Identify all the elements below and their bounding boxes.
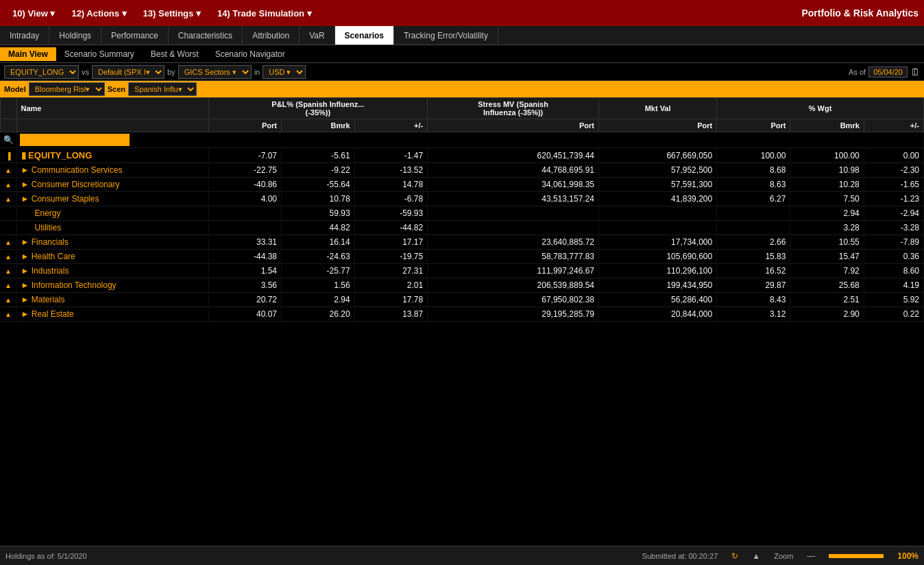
stress-mv: 23,640,885.72 [428,235,599,250]
pl-bmrk: -5.61 [282,148,355,163]
wgt-pm: 0.22 [864,307,923,322]
scen-select[interactable]: Spanish Influ▾ [128,82,197,96]
calendar-icon[interactable]: 🗓 [910,67,920,77]
row-name[interactable]: ► Real Estate [16,307,208,322]
row-name[interactable]: ► Consumer Staples [16,192,208,206]
col-wgt-header: % Wgt [717,98,924,119]
sub-tabs: Main View Scenario Summary Best & Worst … [0,45,924,63]
table-row[interactable]: ▲► Financials33.3116.1417.1723,640,885.7… [1,235,924,250]
wgt-pm: 5.92 [864,293,923,307]
row-name[interactable]: ► Industrials [16,264,208,278]
menu-settings[interactable]: 13) Settings ▾ [136,5,208,21]
sub-tab-scenario-summary[interactable]: Scenario Summary [56,47,143,61]
currency-select[interactable]: USD ▾ [263,65,306,79]
stress-mv: 43,513,157.24 [428,192,599,206]
col-icon-subheader [1,119,17,132]
table-row[interactable]: ▲► Real Estate40.0726.2013.8729,195,285.… [1,307,924,322]
portfolio-select[interactable]: EQUITY_LONG [4,65,79,79]
tab-holdings[interactable]: Holdings [49,26,101,45]
wgt-port: 8.63 [717,178,790,192]
wgt-port: 16.52 [717,264,790,278]
table-row[interactable]: ▲► Consumer Staples4.0010.78-6.7843,513,… [1,192,924,206]
row-chart-icon: ▐ [1,148,17,163]
app-title: Portfolio & Risk Analytics [801,8,919,19]
row-name[interactable]: Utilities [16,221,208,235]
wgt-port [717,221,790,235]
zoom-value: 100% [897,551,919,561]
pl-port: -40.86 [208,178,282,192]
wgt-pm: -1.65 [864,178,923,192]
wgt-pm: 4.19 [864,278,923,293]
row-name[interactable]: ► Financials [16,235,208,250]
row-chart-icon: ▲ [1,250,17,264]
wgt-pm: 0.36 [864,250,923,264]
pl-pm: 27.31 [354,264,428,278]
sub-tab-best-worst[interactable]: Best & Worst [143,47,207,61]
wgt-port: 3.12 [717,307,790,322]
wgt-bmrk: 100.00 [790,148,864,163]
row-chart-icon: ▲ [1,278,17,293]
mkt-val: 17,734,000 [599,235,717,250]
table-row[interactable]: ▲► Consumer Discretionary-40.86-55.6414.… [1,178,924,192]
row-name[interactable]: ▮ EQUITY_LONG [16,148,208,163]
tab-intraday[interactable]: Intraday [0,26,49,45]
wgt-pm: -3.28 [864,221,923,235]
row-name[interactable]: ► Consumer Discretionary [16,178,208,192]
search-input[interactable] [20,134,130,146]
stress-mv: 58,783,777.83 [428,250,599,264]
tab-characteristics[interactable]: Characteristics [169,26,243,45]
table-row[interactable]: ▲► Health Care-44.38-24.63-19.7558,783,7… [1,250,924,264]
col-name-header: Name [16,98,208,119]
wgt-bmrk: 10.55 [790,235,864,250]
pl-port: 3.56 [208,278,282,293]
table-row[interactable]: ▐▮ EQUITY_LONG-7.07-5.61-1.47620,451,739… [1,148,924,163]
in-label: in [254,68,260,76]
row-name[interactable]: Energy [16,206,208,221]
row-name[interactable]: ► Health Care [16,250,208,264]
zoom-fill [829,554,884,558]
groupby-select[interactable]: GICS Sectors ▾ [178,65,252,79]
tab-attribution[interactable]: Attribution [243,26,300,45]
row-name[interactable]: ► Materials [16,293,208,307]
mkt-val: 110,296,100 [599,264,717,278]
pl-port: 20.72 [208,293,282,307]
sub-tab-scenario-navigator[interactable]: Scenario Navigator [207,47,293,61]
table-row[interactable]: Utilities44.82-44.823.28-3.28 [1,221,924,235]
table-row[interactable]: Energy59.93-59.932.94-2.94 [1,206,924,221]
model-select[interactable]: Bloomberg Risl▾ [29,82,105,96]
sub-tab-main-view[interactable]: Main View [0,47,56,61]
wgt-bmrk: 2.51 [790,293,864,307]
refresh-icon[interactable]: ↻ [731,551,738,561]
menu-actions[interactable]: 12) Actions ▾ [64,5,133,21]
row-name[interactable]: ► Communication Services [16,163,208,178]
wgt-port: 6.27 [717,192,790,206]
table-row[interactable]: ▲► Communication Services-22.75-9.22-13.… [1,163,924,178]
pl-port [208,221,282,235]
stress-mv: 620,451,739.44 [428,148,599,163]
pl-port: 4.00 [208,192,282,206]
mkt-val: 57,591,300 [599,178,717,192]
stress-mv [428,221,599,235]
wgt-pm: -2.94 [864,206,923,221]
row-name[interactable]: ► Information Technology [16,278,208,293]
tab-performance[interactable]: Performance [101,26,169,45]
pl-port: -22.75 [208,163,282,178]
pl-bmrk: -9.22 [282,163,355,178]
menu-view[interactable]: 10) View ▾ [5,5,62,21]
benchmark-select[interactable]: Default (SPX I▾ [92,65,165,79]
tab-tracking[interactable]: Tracking Error/Volatility [394,26,498,45]
table-row[interactable]: ▲► Industrials1.54-25.7727.31111,997,246… [1,264,924,278]
table-row[interactable]: ▲► Information Technology3.561.562.01206… [1,278,924,293]
stress-mv: 44,768,695.91 [428,163,599,178]
wgt-port: 29.87 [717,278,790,293]
table-row[interactable]: ▲► Materials20.722.9417.7867,950,802.385… [1,293,924,307]
pl-port: 1.54 [208,264,282,278]
tab-scenarios[interactable]: Scenarios [335,26,394,45]
col-stress-port-subheader: Port [428,119,599,132]
zoom-minus-icon[interactable]: — [807,551,815,561]
wgt-pm: -7.89 [864,235,923,250]
tab-var[interactable]: VaR [300,26,335,45]
menu-trade-sim[interactable]: 14) Trade Simulation ▾ [210,5,319,21]
scen-label: Scen [108,85,125,93]
pl-port [208,206,282,221]
